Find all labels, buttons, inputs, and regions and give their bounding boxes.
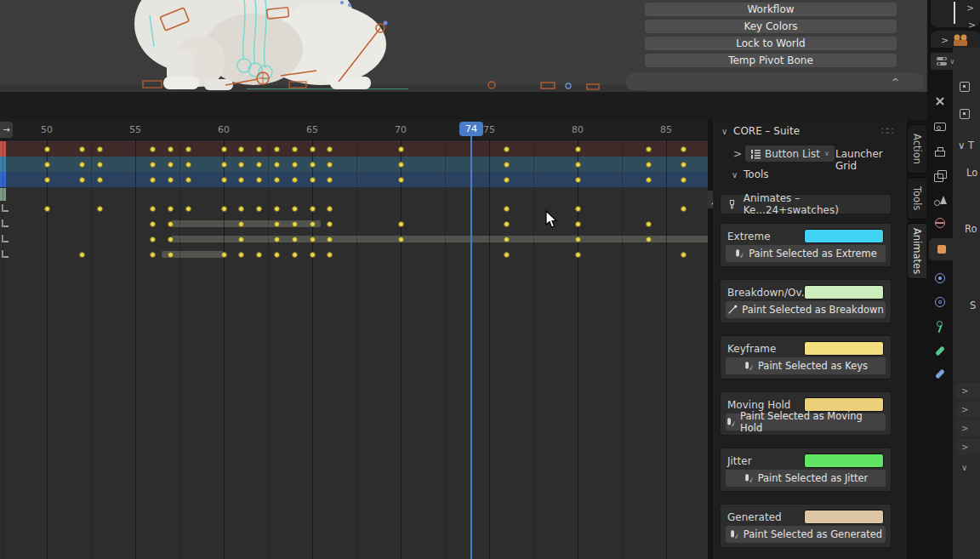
color-swatch[interactable] — [804, 453, 884, 468]
frame-ruler[interactable]: 5055606570758085 — [0, 120, 708, 140]
keyframe-dot[interactable] — [398, 146, 404, 152]
keyframe-dot[interactable] — [168, 146, 174, 152]
keyframe-dot[interactable] — [646, 177, 652, 183]
expanded-panel-row[interactable]: ∨ — [961, 463, 967, 472]
collapsed-panel-row[interactable]: > — [956, 402, 980, 418]
keyframe-dot[interactable] — [44, 146, 50, 152]
keyframe-dot[interactable] — [221, 177, 227, 183]
keyframe-dot[interactable] — [150, 221, 156, 227]
keyframe-dot[interactable] — [97, 206, 103, 212]
keyframe-dot[interactable] — [150, 146, 156, 152]
keyframe-dot[interactable] — [238, 162, 244, 168]
bone-channel-3[interactable] — [0, 231, 708, 247]
keyframe-dot[interactable] — [97, 177, 103, 183]
collapsed-panel-footer[interactable]: ^ — [626, 73, 924, 90]
keyframe-dot[interactable] — [150, 206, 156, 212]
keyframe-dot[interactable] — [238, 177, 244, 183]
bone-channel-2[interactable] — [0, 216, 708, 231]
collapsed-panel-row[interactable]: > — [956, 383, 980, 399]
keyframe-dot[interactable] — [256, 162, 262, 168]
render-tab[interactable] — [927, 116, 953, 138]
bone-channel-1[interactable] — [0, 201, 708, 216]
playhead-line[interactable] — [470, 136, 472, 559]
keyframe-dot[interactable] — [575, 237, 581, 242]
keyframe-dot[interactable] — [79, 162, 85, 168]
keyframe-dot[interactable] — [274, 206, 280, 212]
core-suite-header[interactable]: CORE – Suite — [733, 125, 800, 137]
keyframe-dot[interactable] — [238, 221, 244, 227]
grip-icon[interactable]: ∷∷ — [881, 125, 892, 137]
keyframe-dot[interactable] — [504, 146, 510, 152]
keyframe-dot[interactable] — [292, 237, 298, 242]
keyframe-dot[interactable] — [681, 146, 687, 152]
view-layer-tab[interactable] — [927, 165, 953, 187]
keyframe-dot[interactable] — [97, 146, 103, 152]
object-tab[interactable] — [929, 238, 954, 260]
keyframe-dot[interactable] — [327, 237, 333, 242]
jump-marker-box[interactable]: → — [0, 122, 13, 138]
collapse-icon[interactable]: ∨ — [732, 170, 738, 180]
channel-blue[interactable] — [0, 172, 708, 187]
tools-section-header[interactable]: Tools — [744, 168, 769, 180]
keyframe-dot[interactable] — [398, 237, 404, 242]
keyframe-dot[interactable] — [185, 146, 191, 152]
channel-group-green[interactable] — [0, 188, 708, 201]
collapsed-panel-row[interactable]: > — [956, 420, 980, 436]
keyframe-dot[interactable] — [150, 177, 156, 183]
keyframe-dot[interactable] — [327, 221, 333, 227]
keyframe-dot[interactable] — [168, 206, 174, 212]
dope-sheet[interactable] — [0, 120, 708, 559]
keyframe-dot[interactable] — [44, 177, 50, 183]
keyframe-dot[interactable] — [185, 206, 191, 212]
output-tab[interactable] — [927, 141, 953, 163]
keyframe-dot[interactable] — [504, 162, 510, 168]
color-swatch[interactable] — [804, 285, 884, 299]
keyframe-dot[interactable] — [274, 237, 280, 242]
keyframe-dot[interactable] — [310, 162, 316, 168]
keyframe-dot[interactable] — [646, 146, 652, 152]
animates-subpanel-header[interactable]: Animates – Ke...24+swatches) — [720, 194, 892, 214]
keyframe-dot[interactable] — [327, 252, 333, 258]
keyframe-dot[interactable] — [504, 177, 510, 183]
tab-action[interactable]: Action — [907, 124, 926, 174]
keyframe-dot[interactable] — [681, 162, 687, 168]
keyframe-dot[interactable] — [221, 206, 227, 212]
channel-teal[interactable] — [0, 157, 708, 172]
tab-animates[interactable]: Animates — [907, 223, 926, 279]
keyframe-dot[interactable] — [504, 221, 510, 227]
paint-button[interactable]: Paint Selected as Generated — [726, 526, 886, 543]
keyframe-dot[interactable] — [97, 162, 103, 168]
keyframe-dot[interactable] — [310, 206, 316, 212]
scrollbar[interactable] — [954, 2, 955, 24]
keyframe-dot[interactable] — [274, 252, 280, 258]
bone-constraint-tab[interactable] — [927, 362, 953, 385]
3d-viewport[interactable]: Workflow Key Colors Lock to World Temp P… — [0, 0, 927, 92]
keyframe-dot[interactable] — [221, 252, 227, 258]
keyframe-dot[interactable] — [256, 206, 262, 212]
keyframe-dot[interactable] — [575, 221, 581, 227]
workflow-button[interactable]: Workflow — [645, 3, 897, 16]
key-colors-button[interactable]: Key Colors — [645, 20, 897, 33]
keyframe-dot[interactable] — [238, 237, 244, 242]
keyframe-dot[interactable] — [327, 162, 333, 168]
keyframe-dot[interactable] — [646, 162, 652, 168]
keyframe-dot[interactable] — [681, 252, 687, 258]
keyframe-dot[interactable] — [292, 162, 298, 168]
expand-icon[interactable]: > — [733, 148, 742, 160]
summary-channel-red[interactable] — [0, 141, 708, 157]
keyframe-dot[interactable] — [168, 221, 174, 227]
chevron-right-icon[interactable]: > — [941, 36, 949, 45]
world-tab[interactable] — [927, 212, 953, 234]
keyframe-dot[interactable] — [150, 252, 156, 258]
keyframe-dot[interactable] — [185, 162, 191, 168]
keyframe-dot[interactable] — [575, 146, 581, 152]
keyframe-dot[interactable] — [292, 177, 298, 183]
keyframe-dot[interactable] — [310, 237, 316, 242]
keyframe-dot[interactable] — [327, 206, 333, 212]
tool-tab[interactable] — [927, 90, 953, 112]
chevron-right-icon[interactable]: > — [966, 3, 974, 13]
keyframe-dot[interactable] — [79, 252, 85, 258]
keyframe-dot[interactable] — [44, 206, 50, 212]
keyframe-dot[interactable] — [221, 162, 227, 168]
keyframe-dot[interactable] — [327, 146, 333, 152]
